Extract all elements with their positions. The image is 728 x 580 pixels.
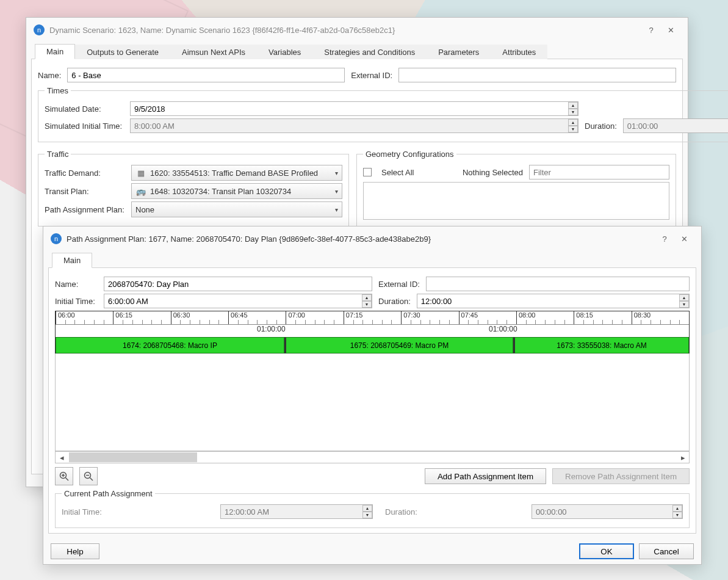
duration-input[interactable] (417, 294, 690, 308)
ruler-minor-tick (315, 320, 315, 325)
grid-icon: ▦ (135, 168, 146, 178)
timeline-bar[interactable]: 1673: 33555038: Macro AM (513, 337, 689, 353)
name-label: Name: (55, 280, 98, 289)
nothing-selected-label: Nothing Selected (463, 168, 523, 177)
ruler-minor-tick (583, 320, 584, 325)
ruler-minor-tick (670, 320, 671, 325)
ruler-minor-tick (497, 320, 497, 325)
spin-down-icon[interactable]: ▼ (362, 301, 372, 308)
ruler-minor-tick (353, 320, 354, 325)
tab-variables[interactable]: Variables (257, 45, 312, 59)
tab-strategies[interactable]: Strategies and Conditions (312, 45, 427, 59)
ruler-minor-tick (526, 320, 527, 325)
initial-time-label: Initial Time: (55, 297, 98, 306)
traffic-demand-label: Traffic Demand: (45, 169, 125, 178)
ruler-minor-tick (248, 320, 248, 325)
tabs: Main Outputs to Generate Aimsun Next API… (31, 42, 683, 59)
scroll-right-icon[interactable]: ▸ (677, 452, 689, 463)
sim-initial-time-input (130, 118, 578, 133)
select-all-checkbox[interactable] (363, 168, 372, 176)
traffic-legend: Traffic (45, 150, 71, 159)
scroll-track[interactable] (68, 452, 677, 463)
external-id-label: External ID: (378, 280, 420, 289)
ruler-minor-tick (555, 320, 555, 325)
help-button[interactable]: ? (641, 21, 661, 38)
timeline-ruler: 06:0006:1506:3006:4507:0007:1507:3007:45… (56, 311, 689, 325)
timeline-bar[interactable]: 1675: 2068705469: Macro PM (284, 337, 513, 353)
tab-main[interactable]: Main (35, 44, 75, 59)
spin-down-icon[interactable]: ▼ (679, 301, 689, 308)
ruler-minor-tick (190, 320, 190, 325)
ruler-minor-tick (391, 320, 392, 325)
path-assignment-plan-dialog: n Path Assignment Plan: 1677, Name: 2068… (43, 226, 702, 565)
timeline-scrollbar[interactable]: ◂ ▸ (55, 451, 690, 463)
spin-up-icon[interactable]: ▲ (362, 294, 372, 301)
remove-path-assignment-button: Remove Path Assignment Item (552, 468, 690, 484)
sim-initial-time-label: Simulated Initial Time: (45, 121, 124, 131)
spin-down-icon[interactable]: ▼ (568, 109, 578, 115)
name-input[interactable] (67, 68, 345, 82)
tab-parameters[interactable]: Parameters (427, 45, 491, 59)
spin-up-icon[interactable]: ▲ (568, 102, 578, 109)
ruler-minor-tick (334, 320, 334, 325)
tab-outputs[interactable]: Outputs to Generate (75, 45, 170, 59)
help-button[interactable]: Help (51, 543, 99, 559)
timeline[interactable]: 06:0006:1506:3006:4507:0007:1507:3007:45… (55, 311, 690, 353)
geometry-list[interactable] (363, 182, 669, 220)
transit-plan-combo[interactable]: 🚌 1648: 10320734: Transit Plan 10320734 … (131, 183, 342, 199)
app-icon: n (34, 24, 45, 35)
ruler-minor-tick (478, 320, 478, 325)
zoom-out-button[interactable] (79, 467, 98, 485)
ruler-minor-tick (612, 320, 613, 325)
cancel-button[interactable]: Cancel (639, 543, 694, 559)
dialog-footer: Help OK Cancel (43, 538, 701, 564)
ruler-minor-tick (430, 320, 430, 325)
scroll-thumb[interactable] (69, 452, 197, 462)
ruler-minor-tick (420, 320, 421, 325)
scroll-left-icon[interactable]: ◂ (56, 452, 68, 463)
tab-main[interactable]: Main (52, 253, 92, 268)
filter-input[interactable] (529, 165, 669, 179)
ruler-minor-tick (305, 320, 306, 325)
sim-date-label: Simulated Date: (45, 104, 124, 114)
initial-time-input[interactable] (104, 294, 372, 308)
times-fieldset: Times Simulated Date: ▲▼ Simulated Initi… (38, 86, 728, 142)
ruler-minor-tick (74, 320, 75, 325)
ruler-minor-tick (449, 320, 450, 325)
close-button[interactable]: ✕ (661, 21, 680, 38)
titlebar: n Dynamic Scenario: 1623, Name: Dynamic … (26, 18, 688, 42)
ok-button[interactable]: OK (579, 543, 634, 559)
ruler-minor-tick (142, 320, 143, 325)
ruler-minor-tick (488, 320, 488, 325)
name-row: Name: External ID: (38, 68, 676, 82)
ruler-minor-tick (679, 320, 680, 325)
traffic-demand-combo[interactable]: ▦ 1620: 33554513: Traffic Demand BASE Pr… (131, 165, 342, 181)
timeline-bars: 1674: 2068705468: Macro IP 1675: 2068705… (56, 337, 689, 354)
sim-date-input[interactable] (130, 101, 578, 116)
close-button[interactable]: ✕ (674, 230, 694, 247)
ruler-minor-tick (382, 320, 383, 325)
path-assignment-combo[interactable]: None ▾ (131, 201, 342, 217)
external-id-input[interactable] (398, 68, 676, 82)
ruler-minor-tick (276, 320, 277, 325)
cpa-duration-label: Duration: (379, 507, 525, 517)
timeline-canvas[interactable] (55, 353, 690, 451)
name-input[interactable] (104, 277, 372, 291)
ruler-minor-tick (94, 320, 95, 325)
zoom-in-button[interactable] (55, 467, 73, 485)
timeline-bar[interactable]: 1674: 2068705468: Macro IP (56, 337, 284, 353)
ruler-minor-tick (257, 320, 258, 325)
ruler-minor-tick (84, 320, 85, 325)
ruler-minor-tick (180, 320, 181, 325)
ruler-minor-tick (564, 320, 565, 325)
tab-attributes[interactable]: Attributes (491, 45, 547, 59)
tab-apis[interactable]: Aimsun Next APIs (170, 45, 257, 59)
add-path-assignment-button[interactable]: Add Path Assignment Item (425, 468, 546, 484)
spin-down-icon: ▼ (672, 512, 682, 518)
help-button[interactable]: ? (655, 230, 674, 247)
app-icon: n (51, 233, 62, 244)
external-id-input[interactable] (426, 277, 690, 291)
ruler-minor-tick (641, 320, 641, 325)
spin-up-icon[interactable]: ▲ (679, 294, 689, 301)
ruler-minor-tick (439, 320, 440, 325)
